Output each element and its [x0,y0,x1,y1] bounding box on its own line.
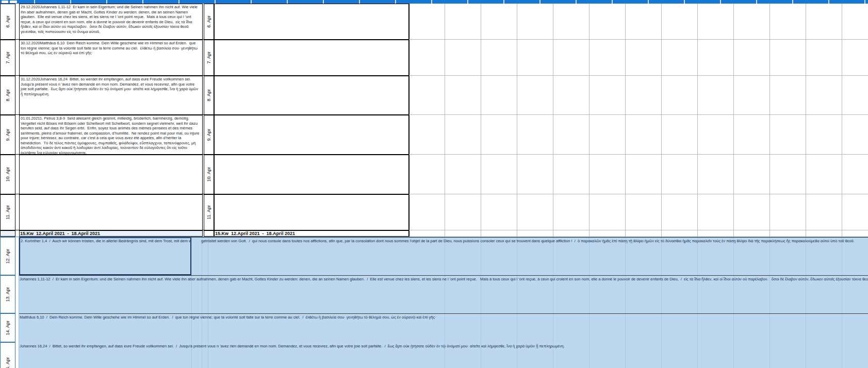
date-label: 14. Apr [5,321,10,336]
date-cell-pane2[interactable]: 11. Apr [204,194,214,230]
date-cell-pane2[interactable]: 8. Apr [204,76,214,115]
notes-cell-pane2[interactable] [214,115,409,155]
gutter-cell[interactable] [15,342,19,368]
date-cell[interactable]: 12. Apr [0,237,15,275]
week-header-label: 15.Kw 12.April 2021 - 18.April 2021 [215,231,408,237]
next-week-section: 12. Apr 2. Korinther 1,4 / Auch wir könn… [0,237,868,368]
verse-text-overflow: getröstet werden von Gott. / qui nous co… [201,239,855,243]
notes-cell-pane2[interactable] [214,76,409,115]
verse-text-clipped: 2. Korinther 1,4 / Auch wir können tröst… [21,239,191,243]
selected-verse-cell[interactable]: 2. Korinther 1,4 / Auch wir können tröst… [19,237,191,275]
row-separator [0,313,868,314]
column-header-a[interactable] [2,1,8,3]
date-cell[interactable]: 10. Apr [0,155,15,194]
column-header-bar[interactable] [0,0,868,4]
verse-text: 01.01.20211. Petrus 3,8-9 Seid allesamt … [21,116,201,155]
notes-cell-pane2[interactable] [214,40,409,76]
week-header-cell[interactable]: 15.Kw 12.April 2021 - 18.April 2021 [19,230,203,237]
verse-cell[interactable] [19,155,203,194]
notes-cell-pane2[interactable] [214,4,409,40]
calendar-row-9apr: 9. Apr 01.01.20211. Petrus 3,8-9 Seid al… [0,115,868,155]
verse-text: 31.12.2020Johannes 16,24 Bittet, so werd… [21,77,201,96]
calendar-row-6apr: 6. Apr 29.12.2020Johannes 1,11-12 Er kam… [0,4,868,40]
notes-cell-pane2[interactable] [214,155,409,194]
date-cell-pane2[interactable]: 7. Apr [204,40,214,76]
date-label: 10. Apr [206,167,211,182]
date-cell[interactable]: 7. Apr [0,40,15,76]
verse-cell[interactable]: 29.12.2020Johannes 1,11-12 Er kam in sei… [19,4,203,40]
date-cell-pane2[interactable]: 10. Apr [204,155,214,194]
date-label: 10. Apr [5,167,10,182]
calendar-row-14apr: 14. Apr Matthäus 6,10 / Dein Reich komme… [0,313,868,342]
date-label: 9. Apr [206,129,211,141]
calendar-row-13apr: 13. Apr Johannes 1,11-12 / Er kam in sei… [0,275,868,313]
week-header-row: 15.Kw 12.April 2021 - 18.April 2021 15.K… [0,230,868,237]
date-cell[interactable]: 11. Apr [0,194,15,230]
date-cell[interactable]: 15. Apr [0,342,15,368]
notes-cell-pane2[interactable] [214,194,409,230]
calendar-row-7apr: 7. Apr 30.12.2020Matthäus 6,10 Dein Reic… [0,40,868,76]
date-cell[interactable]: 9. Apr [0,115,15,155]
week-header-empty-cell-pane2[interactable] [204,230,214,237]
week-header-label: 15.Kw 12.April 2021 - 18.April 2021 [20,231,202,237]
date-cell[interactable]: 8. Apr [0,76,15,115]
verse-text: Johannes 16,24 / Bittet, so werdet ihr e… [20,344,565,348]
date-label: 15. Apr [5,357,10,368]
spreadsheet-window: 6. Apr 29.12.2020Johannes 1,11-12 Er kam… [0,0,868,368]
calendar-row-15apr: 15. Apr Johannes 16,24 / Bittet, so werd… [0,342,868,368]
verse-text: 30.12.2020Matthäus 6,10 Dein Reich komme… [21,41,201,56]
verse-cell[interactable]: 30.12.2020Matthäus 6,10 Dein Reich komme… [19,40,203,76]
date-cell[interactable]: 14. Apr [0,313,15,342]
date-label: 7. Apr [5,52,10,64]
verse-text: 29.12.2020Johannes 1,11-12 Er kam in sei… [21,5,201,34]
date-label: 13. Apr [5,287,10,302]
date-label: 8. Apr [5,89,10,102]
verse-cell[interactable]: 31.12.2020Johannes 16,24 Bittet, so werd… [19,76,203,115]
date-label: 12. Apr [5,249,10,264]
verse-cell[interactable] [19,194,203,230]
date-cell[interactable]: 13. Apr [0,275,15,313]
calendar-row-10apr: 10. Apr 10. Apr [0,155,868,194]
row-separator [0,275,868,276]
date-label: 6. Apr [5,15,10,28]
week-header-cell-pane2[interactable]: 15.Kw 12.April 2021 - 18.April 2021 [214,230,409,237]
date-cell-pane2[interactable]: 9. Apr [204,115,214,155]
date-cell-pane2[interactable]: 6. Apr [204,4,214,40]
date-label: 11. Apr [206,205,211,220]
gutter-cell[interactable] [15,237,19,275]
calendar-row-12apr: 12. Apr 2. Korinther 1,4 / Auch wir könn… [0,237,868,275]
week-header-empty-cell[interactable] [0,230,15,237]
date-label: 8. Apr [206,89,211,102]
calendar-row-11apr: 11. Apr 11. Apr [0,194,868,230]
gutter-cell[interactable] [15,275,19,313]
verse-cell[interactable]: 01.01.20211. Petrus 3,8-9 Seid allesamt … [19,115,203,155]
date-label: 11. Apr [5,205,10,220]
date-cell[interactable]: 6. Apr [0,4,15,40]
date-label: 9. Apr [5,129,10,141]
gutter-cell[interactable] [15,313,19,342]
column-header-b[interactable] [10,1,17,3]
verse-text: Johannes 1,11-12 / Er kam in sein Eigent… [20,277,868,281]
verse-text: Matthäus 6,10 / Dein Reich komme. Dein W… [20,315,436,320]
date-label: 7. Apr [206,52,211,64]
calendar-row-8apr: 8. Apr 31.12.2020Johannes 16,24 Bittet, … [0,76,868,115]
date-label: 6. Apr [206,15,211,28]
